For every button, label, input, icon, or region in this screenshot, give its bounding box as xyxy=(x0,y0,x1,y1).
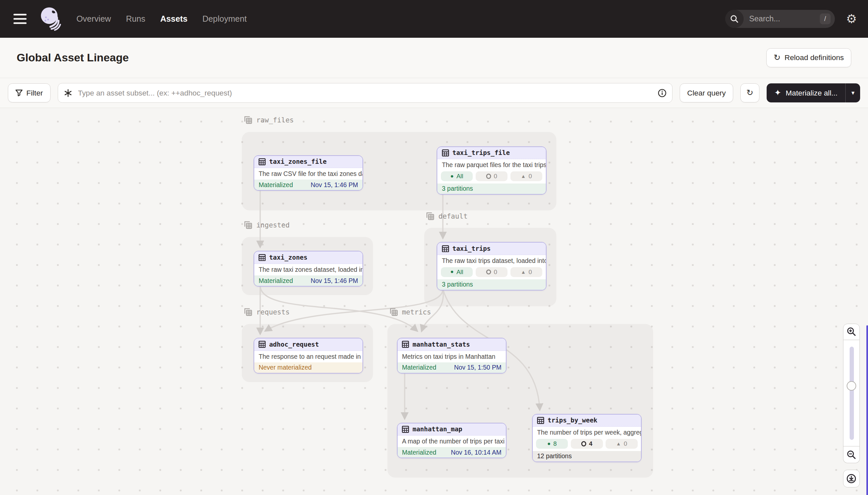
search-input[interactable] xyxy=(748,14,803,24)
download-image-button[interactable] xyxy=(843,470,860,488)
asset-node-trips-by-week[interactable]: trips_by_week The number of trips per we… xyxy=(532,414,642,462)
scrollbar-thumb[interactable] xyxy=(866,325,868,495)
table-icon xyxy=(442,149,449,157)
table-icon xyxy=(402,341,409,348)
dagster-logo-icon[interactable] xyxy=(39,6,62,32)
failed-ring-icon xyxy=(486,270,491,274)
asset-status: Materialized xyxy=(402,449,436,456)
failed-ring-icon xyxy=(581,441,586,446)
asset-group-icon xyxy=(244,221,252,229)
clear-query-button[interactable]: Clear query xyxy=(680,83,733,102)
tab-runs[interactable]: Runs xyxy=(126,14,145,24)
asset-group-icon xyxy=(244,308,252,316)
asset-node-taxi-zones[interactable]: taxi_zones The raw taxi zones dataset, l… xyxy=(253,251,363,287)
group-label-requests[interactable]: requests xyxy=(244,308,290,316)
sparkle-icon: ✦ xyxy=(774,89,781,97)
asset-timestamp: Nov 15, 1:50 PM xyxy=(454,364,501,371)
materialized-dot-icon: ● xyxy=(450,269,454,275)
refresh-query-button[interactable]: ↻ xyxy=(740,83,759,102)
top-nav: Overview Runs Assets Deployment / ⚙ xyxy=(0,0,868,38)
asset-description: Metrics on taxi trips in Manhattan xyxy=(397,351,506,362)
lineage-toolbar: Filter Clear query ↻ ✦ Mate xyxy=(0,78,868,108)
table-icon xyxy=(402,426,409,433)
asset-name: manhattan_stats xyxy=(413,341,470,348)
hamburger-menu-icon[interactable] xyxy=(14,14,27,24)
search-shortcut-badge: / xyxy=(820,14,831,24)
partition-pill-failed[interactable]: 0 xyxy=(476,267,508,277)
materialized-dot-icon: ● xyxy=(450,174,454,179)
materialize-all-button-group: ✦ Materialize all... ▾ xyxy=(767,83,861,102)
zoom-controls xyxy=(843,324,860,463)
funnel-icon xyxy=(15,89,23,97)
zoom-in-icon xyxy=(847,327,856,337)
asset-description: The raw CSV file for the taxi zones dat.… xyxy=(254,168,362,180)
refresh-icon: ↻ xyxy=(746,89,753,97)
group-label-raw-files[interactable]: raw_files xyxy=(244,116,294,124)
partition-pill-materialized[interactable]: ●8 xyxy=(536,439,568,449)
asset-partitions-count: 12 partitions xyxy=(537,452,572,460)
asset-group-icon xyxy=(426,212,434,220)
nav-tabs: Overview Runs Assets Deployment xyxy=(76,14,247,24)
asset-description: The raw taxi zones dataset, loaded int..… xyxy=(254,264,362,275)
filter-button[interactable]: Filter xyxy=(8,83,51,102)
asset-node-taxi-trips-file[interactable]: taxi_trips_file The raw parquet files fo… xyxy=(437,147,546,195)
asset-status: Materialized xyxy=(402,364,436,371)
asset-name: manhattan_map xyxy=(413,425,463,433)
partition-pill-missing[interactable]: ▲0 xyxy=(510,267,543,277)
zoom-in-button[interactable] xyxy=(843,324,860,340)
tab-deployment[interactable]: Deployment xyxy=(202,14,247,24)
table-icon xyxy=(259,158,266,166)
group-label-ingested[interactable]: ingested xyxy=(244,221,290,229)
asset-node-taxi-zones-file[interactable]: taxi_zones_file The raw CSV file for the… xyxy=(253,155,363,191)
partition-pill-failed[interactable]: 4 xyxy=(571,439,603,449)
asset-name: taxi_trips_file xyxy=(453,149,510,157)
asset-description: A map of the number of trips per taxi z.… xyxy=(397,436,506,447)
partition-pill-materialized[interactable]: ●All xyxy=(441,267,473,277)
partition-pill-missing[interactable]: ▲0 xyxy=(510,171,543,181)
group-label-default[interactable]: default xyxy=(426,212,467,220)
dagster-app: Overview Runs Assets Deployment / ⚙ Glob… xyxy=(0,0,868,495)
lineage-canvas[interactable]: raw_files ingested default requests metr… xyxy=(0,108,868,495)
asset-name: trips_by_week xyxy=(548,416,597,424)
partition-pill-missing[interactable]: ▲0 xyxy=(606,439,638,449)
tab-assets[interactable]: Assets xyxy=(160,14,188,24)
asset-description: The number of trips per week, aggreg... xyxy=(533,427,641,438)
asset-status: Never materialized xyxy=(259,364,312,371)
asset-node-taxi-trips[interactable]: taxi_trips The raw taxi trips dataset, l… xyxy=(437,242,546,290)
zoom-out-button[interactable] xyxy=(843,446,860,463)
gear-icon[interactable]: ⚙ xyxy=(846,13,857,25)
asset-node-manhattan-stats[interactable]: manhattan_stats Metrics on taxi trips in… xyxy=(397,338,507,374)
table-icon xyxy=(259,254,266,261)
asset-partitions-count: 3 partitions xyxy=(442,185,473,192)
asset-graph-icon xyxy=(64,89,72,98)
table-icon xyxy=(442,245,449,252)
asset-node-manhattan-map[interactable]: manhattan_map A map of the number of tri… xyxy=(397,423,507,459)
partition-pill-failed[interactable]: 0 xyxy=(476,171,508,181)
group-label-metrics[interactable]: metrics xyxy=(390,308,431,316)
asset-group-icon xyxy=(244,116,252,124)
download-icon xyxy=(846,474,856,483)
asset-timestamp: Nov 16, 10:14 AM xyxy=(451,449,501,456)
missing-triangle-icon: ▲ xyxy=(616,441,621,446)
asset-status: Materialized xyxy=(259,277,293,285)
asset-query-input[interactable] xyxy=(77,88,653,98)
info-icon[interactable] xyxy=(658,89,667,98)
asset-name: taxi_zones xyxy=(269,254,307,261)
missing-triangle-icon: ▲ xyxy=(521,174,526,178)
missing-triangle-icon: ▲ xyxy=(521,270,526,274)
asset-node-adhoc-request[interactable]: adhoc_request The response to an request… xyxy=(253,338,363,374)
asset-name: taxi_zones_file xyxy=(269,158,326,166)
asset-description: The raw taxi trips dataset, loaded into … xyxy=(437,255,546,267)
materialize-dropdown-caret[interactable]: ▾ xyxy=(845,83,861,102)
asset-group-icon xyxy=(390,308,398,316)
asset-description: The raw parquet files for the taxi trips… xyxy=(437,159,546,171)
zoom-slider-track[interactable] xyxy=(850,347,854,440)
asset-timestamp: Nov 15, 1:46 PM xyxy=(311,181,358,189)
materialize-all-button[interactable]: ✦ Materialize all... xyxy=(767,83,845,102)
zoom-slider-thumb[interactable] xyxy=(847,381,856,391)
search-box[interactable]: / xyxy=(725,10,835,28)
search-icon xyxy=(725,10,744,28)
partition-pill-materialized[interactable]: ●All xyxy=(441,171,473,181)
tab-overview[interactable]: Overview xyxy=(76,14,111,24)
reload-definitions-button[interactable]: ↻ Reload definitions xyxy=(766,48,852,67)
